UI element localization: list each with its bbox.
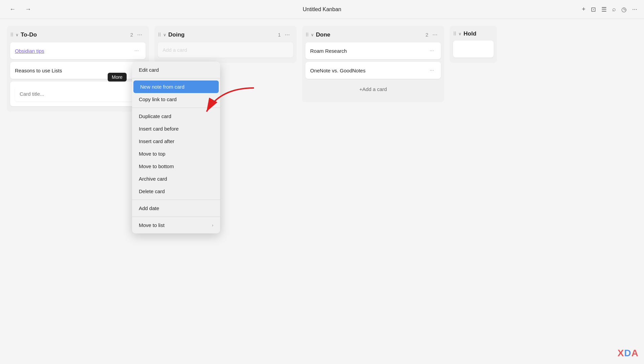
- context-menu-insert-after[interactable]: Insert card after: [132, 135, 220, 147]
- context-menu-insert-before[interactable]: Insert card before: [132, 122, 220, 135]
- card-obsidian-title[interactable]: Obsidian tips: [15, 48, 44, 54]
- column-doing-title: Doing: [168, 31, 275, 38]
- add-card-input[interactable]: [15, 86, 141, 101]
- titlebar: ← → Untitled Kanban + ⊡ ☰ ⌕ ◷ ···: [0, 0, 644, 19]
- card-onenote-title: OneNote vs. GoodNotes: [310, 68, 365, 73]
- column-todo-header: ⠿ ∨ To-Do 2 ···: [7, 26, 149, 42]
- xda-a: A: [631, 348, 639, 358]
- table-row: OneNote vs. GoodNotes ···: [305, 62, 441, 79]
- doc-button[interactable]: ☰: [601, 6, 607, 13]
- card-lists-title: Reasons to use Lists: [15, 68, 62, 73]
- archive-button[interactable]: ⊡: [591, 6, 596, 13]
- column-done-header: ⠿ ∨ Done 2 ···: [302, 26, 444, 42]
- kanban-board: ⠿ ∨ To-Do 2 ··· Obsidian tips ··· Reason…: [0, 19, 644, 364]
- collapse-todo-button[interactable]: ∨: [16, 32, 19, 37]
- column-done-cards: Roam Research ··· OneNote vs. GoodNotes …: [302, 42, 444, 97]
- column-todo-menu-button[interactable]: ···: [135, 30, 144, 39]
- column-hold-title: Hold: [464, 30, 494, 37]
- context-menu: Edit card New note from card Copy link t…: [132, 62, 220, 233]
- add-card-done-button[interactable]: +Add a card: [305, 82, 441, 97]
- column-hold-header: ⠿ ∨ Hold: [450, 26, 497, 41]
- more-tooltip-badge: More: [108, 73, 127, 82]
- context-menu-move-top[interactable]: Move to top: [132, 147, 220, 160]
- column-done-count: 2: [426, 32, 428, 38]
- context-menu-new-note[interactable]: New note from card: [133, 81, 219, 93]
- column-doing: ⠿ ∨ Doing 1 ··· Add a card: [154, 26, 297, 63]
- context-menu-move-bottom[interactable]: Move to bottom: [132, 160, 220, 173]
- column-done: ⠿ ∨ Done 2 ··· Roam Research ··· OneNote…: [302, 26, 444, 102]
- card-onenote-menu-button[interactable]: ···: [428, 67, 436, 74]
- search-button[interactable]: ⌕: [612, 6, 616, 13]
- context-menu-divider: [132, 200, 220, 200]
- column-todo-cards: Obsidian tips ··· Reasons to use Lists ·…: [7, 42, 149, 106]
- titlebar-actions: + ⊡ ☰ ⌕ ◷ ···: [582, 6, 637, 13]
- context-menu-move-list[interactable]: Move to list ›: [132, 219, 220, 231]
- xda-x: X: [618, 348, 624, 358]
- add-card-doing-label: Add a card: [163, 47, 187, 53]
- back-button[interactable]: ←: [7, 4, 18, 14]
- column-doing-cards: Add a card: [154, 42, 297, 58]
- column-doing-menu-button[interactable]: ···: [283, 30, 292, 39]
- forward-button[interactable]: →: [22, 4, 34, 14]
- column-doing-count: 1: [278, 32, 281, 38]
- nav-buttons: ← →: [7, 4, 34, 14]
- context-menu-copy-link[interactable]: Copy link to card: [132, 93, 220, 106]
- xda-d: D: [624, 348, 631, 358]
- collapse-doing-button[interactable]: ∨: [163, 32, 166, 37]
- chevron-right-icon: ›: [212, 223, 213, 228]
- column-todo: ⠿ ∨ To-Do 2 ··· Obsidian tips ··· Reason…: [7, 26, 149, 112]
- table-row: Roam Research ···: [305, 42, 441, 59]
- add-card-doing: Add a card: [158, 42, 293, 58]
- context-menu-divider: [132, 78, 220, 78]
- add-button[interactable]: +: [582, 6, 585, 13]
- context-menu-divider: [132, 108, 220, 108]
- table-row: Obsidian tips ···: [10, 42, 146, 59]
- xda-watermark: XDA: [618, 348, 639, 359]
- context-menu-archive[interactable]: Archive card: [132, 173, 220, 185]
- card-roam-menu-button[interactable]: ···: [428, 47, 436, 54]
- drag-handle-icon[interactable]: ⠿: [10, 32, 14, 38]
- column-doing-header: ⠿ ∨ Doing 1 ···: [154, 26, 297, 42]
- column-todo-title: To-Do: [21, 31, 127, 38]
- context-menu-edit-card[interactable]: Edit card: [132, 64, 220, 76]
- add-card-input-card: [10, 82, 146, 106]
- card-obsidian-menu-button[interactable]: ···: [132, 47, 141, 54]
- page-title: Untitled Kanban: [303, 6, 341, 13]
- collapse-done-button[interactable]: ∨: [311, 32, 314, 37]
- card-roam-title: Roam Research: [310, 48, 347, 54]
- column-hold: ⠿ ∨ Hold: [450, 26, 497, 63]
- context-menu-delete[interactable]: Delete card: [132, 185, 220, 198]
- drag-handle-icon[interactable]: ⠿: [158, 32, 161, 38]
- more-actions-button[interactable]: ···: [632, 6, 637, 13]
- column-done-title: Done: [316, 31, 422, 38]
- context-menu-add-date[interactable]: Add date: [132, 202, 220, 214]
- column-todo-count: 2: [130, 32, 133, 38]
- table-row: [453, 41, 494, 58]
- history-button[interactable]: ◷: [621, 6, 627, 13]
- column-done-menu-button[interactable]: ···: [430, 30, 439, 39]
- collapse-hold-button[interactable]: ∨: [458, 31, 461, 36]
- drag-handle-icon[interactable]: ⠿: [305, 32, 309, 38]
- drag-handle-icon[interactable]: ⠿: [453, 31, 456, 37]
- context-menu-duplicate[interactable]: Duplicate card: [132, 110, 220, 122]
- context-menu-divider: [132, 217, 220, 217]
- column-hold-cards: [450, 41, 497, 58]
